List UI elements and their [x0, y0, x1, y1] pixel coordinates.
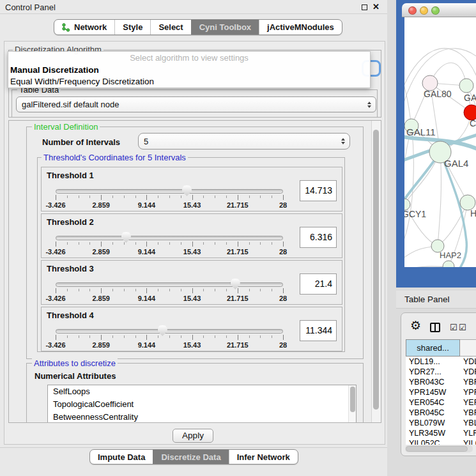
- threshold-slider[interactable]: -3.4262.8599.14415.4321.71528: [56, 325, 283, 351]
- threshold-slider[interactable]: -3.4262.8599.14415.4321.71528: [56, 279, 283, 304]
- network-node[interactable]: [443, 261, 454, 267]
- tick-mark: [146, 335, 147, 340]
- table-row[interactable]: YBR045CYBR0: [406, 408, 476, 418]
- tick-mark: [249, 242, 250, 245]
- threshold-label: Threshold 1: [47, 171, 94, 180]
- table-cell: YBL0: [460, 418, 476, 428]
- tick-label: 15.43: [183, 201, 201, 209]
- slider-track[interactable]: [56, 189, 283, 194]
- table-row[interactable]: YBR043CYBR0: [406, 377, 476, 387]
- table-row[interactable]: YER054CYER0: [406, 397, 476, 408]
- network-canvas[interactable]: GAL80GACGAL11GAL4GCY1HHAP2: [404, 17, 476, 267]
- scrollbar-thumb[interactable]: [373, 130, 379, 410]
- tab-network[interactable]: Network: [54, 20, 114, 35]
- close-traffic-light-icon[interactable]: [408, 6, 417, 15]
- threshold-label: Threshold 2: [47, 217, 94, 227]
- tick-mark: [169, 289, 170, 291]
- tab-infer-network[interactable]: Infer Network: [229, 450, 298, 464]
- node-label: GAL11: [406, 127, 436, 137]
- table-row[interactable]: YBL079WYBL0: [406, 418, 476, 428]
- tick-label: 28: [279, 201, 287, 209]
- tab-discretize-data[interactable]: Discretize Data: [153, 450, 228, 464]
- tick-label: 2.859: [92, 201, 110, 209]
- attributes-list-scrollbar[interactable]: [348, 385, 356, 423]
- tick-mark: [67, 242, 68, 245]
- threshold-value-input[interactable]: 11.344: [300, 320, 337, 341]
- tick-mark: [146, 195, 147, 200]
- minimize-traffic-light-icon[interactable]: [420, 6, 428, 15]
- tick-label: 15.43: [183, 341, 201, 349]
- tick-mark: [283, 288, 284, 293]
- table-row[interactable]: YDR27...YDR2: [406, 367, 476, 377]
- scrollbar-thumb[interactable]: [350, 387, 355, 412]
- tick-mark: [260, 242, 261, 245]
- network-node[interactable]: [459, 79, 473, 93]
- split-columns-icon[interactable]: [430, 323, 440, 332]
- tick-label: 28: [279, 248, 287, 256]
- tick-mark: [135, 242, 136, 245]
- control-panel: Control Panel ✕ NetworkStyleSelectCyni T…: [0, 0, 387, 476]
- tab-cyni-toolbox[interactable]: Cyni Toolbox: [191, 20, 259, 35]
- tick-mark: [169, 335, 170, 338]
- threshold-slider[interactable]: -3.4262.8599.14415.4321.71528: [56, 232, 283, 257]
- attribute-item[interactable]: BetweennessCentrality: [48, 411, 356, 423]
- tick-label: -3.426: [45, 295, 65, 302]
- tick-mark: [260, 289, 261, 291]
- column-header-2[interactable]: n...: [460, 339, 476, 357]
- threshold-value-input[interactable]: 14.713: [300, 180, 337, 201]
- tab-impute-data[interactable]: Impute Data: [90, 450, 153, 464]
- slider-track[interactable]: [56, 282, 283, 287]
- thresholds-group: Threshold's Coordinates for 5 Intervals …: [37, 157, 345, 352]
- checkbox-checked-icon[interactable]: ☑: [459, 323, 466, 332]
- tick-mark: [135, 289, 136, 291]
- apply-button[interactable]: Apply: [173, 429, 213, 443]
- scrollbar-thumb[interactable]: [406, 446, 468, 452]
- attribute-item[interactable]: SelfLoops: [48, 385, 356, 398]
- tick-mark: [238, 195, 238, 200]
- horizontal-scrollbar[interactable]: [405, 445, 473, 452]
- tab-select[interactable]: Select: [150, 20, 190, 35]
- float-icon[interactable]: [362, 4, 367, 10]
- table-cell: YPR1: [460, 387, 476, 397]
- network-edge[interactable]: [404, 266, 449, 267]
- tick-mark: [124, 289, 125, 291]
- attribute-item[interactable]: TopologicalCoefficient: [48, 398, 356, 411]
- tab-style[interactable]: Style: [114, 20, 150, 35]
- vertical-scrollbar[interactable]: [371, 121, 381, 422]
- slider-track[interactable]: [56, 329, 283, 334]
- table-cell: YLR345W: [406, 428, 460, 438]
- algorithm-dropdown-popup: Select algorithm to view settings Manual…: [8, 51, 371, 88]
- number-of-intervals-value: 5: [144, 137, 148, 146]
- zoom-traffic-light-icon[interactable]: [431, 6, 440, 15]
- threshold-slider[interactable]: -3.4262.8599.14415.4321.71528: [56, 185, 283, 211]
- tick-label: 28: [279, 295, 287, 302]
- table-row[interactable]: YPR145WYPR1: [406, 387, 476, 397]
- tick-label: 21.715: [227, 341, 249, 349]
- table-cell: YPR145W: [406, 387, 460, 397]
- threshold-panel-3: Threshold 3-3.4262.8599.14415.4321.71528…: [41, 260, 342, 305]
- slider-track[interactable]: [56, 236, 283, 240]
- column-header-1[interactable]: shared...: [406, 339, 460, 357]
- threshold-value-input[interactable]: 21.4: [300, 273, 337, 295]
- network-window-titlebar[interactable]: [402, 3, 476, 17]
- network-window: GAL80GACGAL11GAL4GCY1HHAP2: [396, 0, 476, 288]
- tick-mark: [135, 335, 136, 338]
- tick-label: 9.144: [138, 295, 156, 302]
- checkbox-checked-icon[interactable]: ☑: [450, 323, 457, 332]
- tick-mark: [56, 195, 56, 200]
- threshold-value-input[interactable]: 6.316: [300, 227, 337, 248]
- tick-mark: [56, 335, 56, 340]
- gear-icon[interactable]: ⚙: [410, 319, 421, 332]
- tab-jactivemnodules[interactable]: jActiveMNodules: [259, 20, 342, 35]
- table-row[interactable]: YIL052CYIL0: [406, 438, 476, 445]
- table-row[interactable]: YDL19...YDL1: [406, 357, 476, 367]
- network-edge[interactable]: [404, 126, 413, 247]
- close-icon[interactable]: ✕: [372, 2, 380, 12]
- network-edge[interactable]: [438, 152, 441, 246]
- number-of-intervals-combobox[interactable]: 5: [138, 133, 350, 150]
- algorithm-option-2[interactable]: Equal Width/Frequency Discretization: [8, 76, 370, 88]
- table-row[interactable]: YLR345WYLR3: [406, 428, 476, 438]
- algorithm-option-1[interactable]: Manual Discretization: [8, 65, 370, 76]
- table-data-combobox[interactable]: galFiltered.sif default node: [16, 96, 376, 112]
- control-panel-title: Control Panel: [5, 3, 56, 12]
